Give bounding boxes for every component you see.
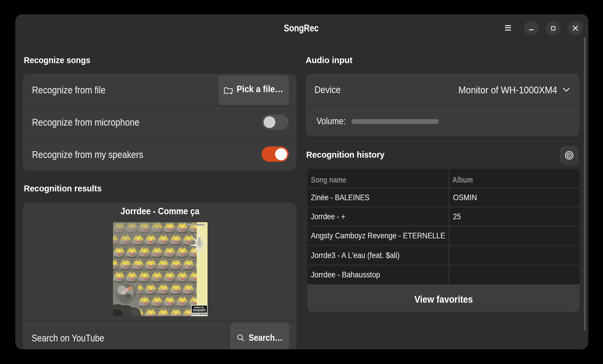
svg-text:DVISORY: DVISORY	[193, 309, 206, 312]
svg-text:ARENTAL: ARENTAL	[194, 306, 205, 309]
svg-text:PLICIT CONTENT: PLICIT CONTENT	[191, 313, 207, 315]
